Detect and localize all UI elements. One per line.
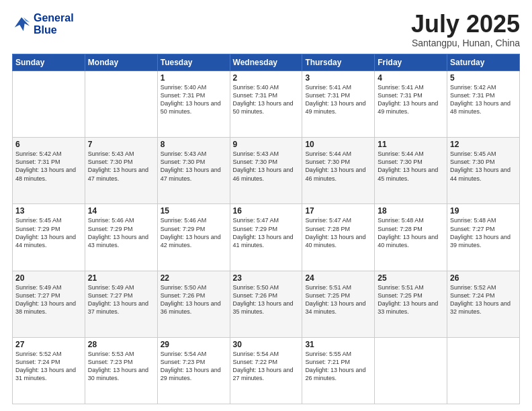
day-info: Sunrise: 5:53 AM Sunset: 7:23 PM Dayligh…: [88, 350, 154, 383]
day-info: Sunrise: 5:44 AM Sunset: 7:30 PM Dayligh…: [305, 150, 371, 183]
day-info: Sunrise: 5:46 AM Sunset: 7:29 PM Dayligh…: [161, 216, 227, 249]
day-info: Sunrise: 5:40 AM Sunset: 7:31 PM Dayligh…: [161, 83, 227, 116]
day-number: 2: [233, 73, 300, 83]
table-row: 18Sunrise: 5:48 AM Sunset: 7:28 PM Dayli…: [375, 204, 447, 271]
day-number: 25: [378, 273, 444, 283]
day-info: Sunrise: 5:55 AM Sunset: 7:21 PM Dayligh…: [305, 350, 371, 383]
table-row: 3Sunrise: 5:41 AM Sunset: 7:31 PM Daylig…: [302, 71, 375, 138]
day-info: Sunrise: 5:41 AM Sunset: 7:31 PM Dayligh…: [378, 83, 444, 116]
day-info: Sunrise: 5:52 AM Sunset: 7:24 PM Dayligh…: [15, 350, 82, 383]
col-monday: Monday: [85, 54, 157, 71]
calendar-header-row: Sunday Monday Tuesday Wednesday Thursday…: [13, 54, 520, 71]
day-number: 9: [233, 140, 300, 149]
table-row: 11Sunrise: 5:44 AM Sunset: 7:30 PM Dayli…: [375, 138, 447, 204]
day-number: 15: [161, 206, 227, 216]
table-row: 26Sunrise: 5:52 AM Sunset: 7:24 PM Dayli…: [447, 271, 520, 337]
day-info: Sunrise: 5:47 AM Sunset: 7:29 PM Dayligh…: [233, 216, 300, 249]
day-number: 12: [450, 140, 517, 149]
day-info: Sunrise: 5:45 AM Sunset: 7:29 PM Dayligh…: [15, 216, 82, 249]
day-info: Sunrise: 5:43 AM Sunset: 7:30 PM Dayligh…: [88, 150, 154, 183]
day-info: Sunrise: 5:40 AM Sunset: 7:31 PM Dayligh…: [233, 83, 300, 116]
col-thursday: Thursday: [302, 54, 375, 71]
day-number: 31: [305, 340, 371, 349]
table-row: 31Sunrise: 5:55 AM Sunset: 7:21 PM Dayli…: [302, 337, 375, 404]
day-info: Sunrise: 5:46 AM Sunset: 7:29 PM Dayligh…: [88, 216, 154, 249]
table-row: 17Sunrise: 5:47 AM Sunset: 7:28 PM Dayli…: [302, 204, 375, 271]
day-number: 27: [15, 340, 82, 349]
col-sunday: Sunday: [13, 54, 85, 71]
day-number: 24: [305, 273, 371, 283]
table-row: 6Sunrise: 5:42 AM Sunset: 7:31 PM Daylig…: [13, 138, 85, 204]
day-info: Sunrise: 5:45 AM Sunset: 7:30 PM Dayligh…: [450, 150, 517, 183]
day-info: Sunrise: 5:42 AM Sunset: 7:31 PM Dayligh…: [15, 150, 82, 183]
table-row: 2Sunrise: 5:40 AM Sunset: 7:31 PM Daylig…: [230, 71, 302, 138]
day-number: 16: [233, 206, 300, 216]
table-row: 16Sunrise: 5:47 AM Sunset: 7:29 PM Dayli…: [230, 204, 302, 271]
day-number: 11: [378, 140, 444, 149]
day-number: 20: [15, 273, 82, 283]
day-info: Sunrise: 5:54 AM Sunset: 7:23 PM Dayligh…: [161, 350, 227, 383]
day-info: Sunrise: 5:50 AM Sunset: 7:26 PM Dayligh…: [233, 283, 300, 316]
header: General Blue July 2025 Santangpu, Hunan,…: [12, 12, 520, 48]
table-row: 28Sunrise: 5:53 AM Sunset: 7:23 PM Dayli…: [85, 337, 157, 404]
table-row: 9Sunrise: 5:43 AM Sunset: 7:30 PM Daylig…: [230, 138, 302, 204]
day-info: Sunrise: 5:47 AM Sunset: 7:28 PM Dayligh…: [305, 216, 371, 249]
day-number: 4: [378, 73, 444, 83]
day-number: 19: [450, 206, 517, 216]
table-row: 7Sunrise: 5:43 AM Sunset: 7:30 PM Daylig…: [85, 138, 157, 204]
day-number: 14: [88, 206, 154, 216]
month-title: July 2025: [411, 12, 520, 36]
day-info: Sunrise: 5:49 AM Sunset: 7:27 PM Dayligh…: [15, 283, 82, 316]
day-number: 28: [88, 340, 154, 349]
col-saturday: Saturday: [447, 54, 520, 71]
table-row: 12Sunrise: 5:45 AM Sunset: 7:30 PM Dayli…: [447, 138, 520, 204]
calendar-week-row: 27Sunrise: 5:52 AM Sunset: 7:24 PM Dayli…: [13, 337, 520, 404]
calendar-week-row: 13Sunrise: 5:45 AM Sunset: 7:29 PM Dayli…: [13, 204, 520, 271]
svg-marker-0: [15, 17, 30, 31]
calendar-week-row: 20Sunrise: 5:49 AM Sunset: 7:27 PM Dayli…: [13, 271, 520, 337]
table-row: 4Sunrise: 5:41 AM Sunset: 7:31 PM Daylig…: [375, 71, 447, 138]
calendar-week-row: 6Sunrise: 5:42 AM Sunset: 7:31 PM Daylig…: [13, 138, 520, 204]
table-row: 22Sunrise: 5:50 AM Sunset: 7:26 PM Dayli…: [157, 271, 230, 337]
day-info: Sunrise: 5:42 AM Sunset: 7:31 PM Dayligh…: [450, 83, 517, 116]
calendar-table: Sunday Monday Tuesday Wednesday Thursday…: [12, 54, 520, 404]
day-number: 10: [305, 140, 371, 149]
table-row: [447, 337, 520, 404]
day-info: Sunrise: 5:52 AM Sunset: 7:24 PM Dayligh…: [450, 283, 517, 316]
table-row: [13, 71, 85, 138]
col-tuesday: Tuesday: [157, 54, 230, 71]
table-row: 8Sunrise: 5:43 AM Sunset: 7:30 PM Daylig…: [157, 138, 230, 204]
table-row: 15Sunrise: 5:46 AM Sunset: 7:29 PM Dayli…: [157, 204, 230, 271]
table-row: 13Sunrise: 5:45 AM Sunset: 7:29 PM Dayli…: [13, 204, 85, 271]
day-info: Sunrise: 5:44 AM Sunset: 7:30 PM Dayligh…: [378, 150, 444, 183]
table-row: 29Sunrise: 5:54 AM Sunset: 7:23 PM Dayli…: [157, 337, 230, 404]
day-info: Sunrise: 5:43 AM Sunset: 7:30 PM Dayligh…: [233, 150, 300, 183]
day-info: Sunrise: 5:43 AM Sunset: 7:30 PM Dayligh…: [161, 150, 227, 183]
col-friday: Friday: [375, 54, 447, 71]
logo-icon: [12, 15, 31, 34]
location: Santangpu, Hunan, China: [411, 38, 520, 48]
table-row: [375, 337, 447, 404]
day-number: 18: [378, 206, 444, 216]
day-info: Sunrise: 5:48 AM Sunset: 7:28 PM Dayligh…: [378, 216, 444, 249]
table-row: 5Sunrise: 5:42 AM Sunset: 7:31 PM Daylig…: [447, 71, 520, 138]
table-row: 30Sunrise: 5:54 AM Sunset: 7:22 PM Dayli…: [230, 337, 302, 404]
table-row: [85, 71, 157, 138]
day-number: 21: [88, 273, 154, 283]
table-row: 25Sunrise: 5:51 AM Sunset: 7:25 PM Dayli…: [375, 271, 447, 337]
table-row: 27Sunrise: 5:52 AM Sunset: 7:24 PM Dayli…: [13, 337, 85, 404]
day-info: Sunrise: 5:54 AM Sunset: 7:22 PM Dayligh…: [233, 350, 300, 383]
day-info: Sunrise: 5:49 AM Sunset: 7:27 PM Dayligh…: [88, 283, 154, 316]
col-wednesday: Wednesday: [230, 54, 302, 71]
day-number: 3: [305, 73, 371, 83]
table-row: 14Sunrise: 5:46 AM Sunset: 7:29 PM Dayli…: [85, 204, 157, 271]
table-row: 19Sunrise: 5:48 AM Sunset: 7:27 PM Dayli…: [447, 204, 520, 271]
day-info: Sunrise: 5:50 AM Sunset: 7:26 PM Dayligh…: [161, 283, 227, 316]
day-info: Sunrise: 5:51 AM Sunset: 7:25 PM Dayligh…: [305, 283, 371, 316]
table-row: 20Sunrise: 5:49 AM Sunset: 7:27 PM Dayli…: [13, 271, 85, 337]
day-number: 5: [450, 73, 517, 83]
day-number: 30: [233, 340, 300, 349]
logo: General Blue: [12, 12, 74, 36]
table-row: 23Sunrise: 5:50 AM Sunset: 7:26 PM Dayli…: [230, 271, 302, 337]
title-block: July 2025 Santangpu, Hunan, China: [411, 12, 520, 48]
